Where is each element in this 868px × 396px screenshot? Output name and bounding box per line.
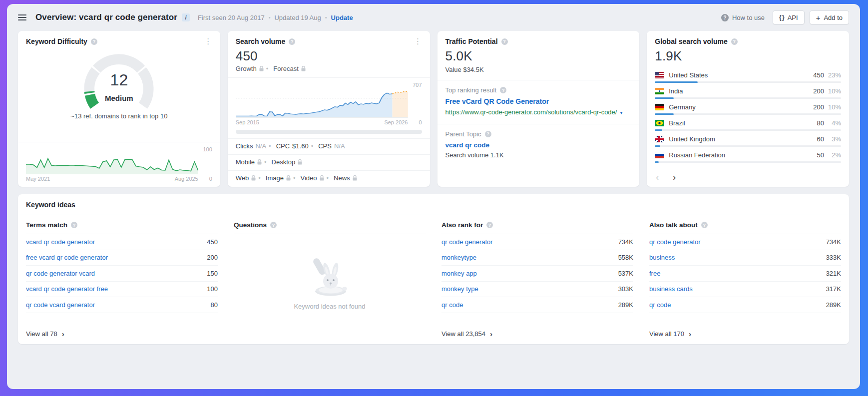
tp-card-title: Traffic Potential	[445, 37, 498, 45]
top-bar: Overview: vcard qr code generator i Firs…	[7, 4, 860, 31]
questions-column: Questions ?	[226, 215, 434, 344]
chart-brush-slider[interactable]	[236, 130, 422, 134]
help-icon[interactable]: ?	[486, 222, 493, 228]
top-ranking-result-link[interactable]: Free vCard QR Code Generator	[437, 94, 640, 105]
country-pager: ‹ ›	[647, 168, 849, 187]
parent-topic-link[interactable]: vcard qr code	[437, 138, 640, 149]
keyword-link[interactable]: qr code generator vcard	[26, 270, 202, 277]
help-icon[interactable]: ?	[731, 38, 738, 45]
page-title: Overview: vcard qr code generator	[35, 12, 177, 22]
traffic-value-note: Value $34.5K	[437, 66, 640, 73]
help-icon[interactable]: ?	[270, 222, 277, 228]
keyword-link[interactable]: qr code generator	[649, 238, 821, 246]
locked-toggle[interactable]: Image	[256, 174, 291, 182]
keyword-volume: 200	[207, 254, 218, 261]
keyword-link[interactable]: business	[649, 254, 821, 261]
view-all-link[interactable]: View all 23,854 ›	[441, 324, 633, 344]
sv-x-end: Sep 2026	[384, 119, 408, 125]
country-bar-fill	[655, 161, 658, 163]
chevron-right-icon: ›	[689, 330, 691, 338]
keyword-link[interactable]: qr code	[649, 301, 821, 309]
country-row[interactable]: United States 450 23%	[647, 67, 849, 83]
kd-history-chart: 100 May 2021 Aug 2025 0	[18, 142, 220, 187]
api-button[interactable]: { } API	[773, 10, 805, 24]
sv-toggles: Growth Forecast	[228, 65, 430, 72]
keyword-link[interactable]: qr code generator	[441, 238, 613, 246]
keyword-volume: 80	[211, 301, 218, 309]
kd-note: ~13 ref. domains to rank in top 10	[18, 112, 220, 120]
country-row[interactable]: India 200 10%	[647, 83, 849, 99]
lock-icon	[320, 175, 324, 181]
keyword-link[interactable]: vcard qr code generator	[26, 238, 202, 246]
top-ranking-url[interactable]: https://www.qr-code-generator.com/soluti…	[437, 105, 640, 117]
top-ranking-label: Top ranking result	[445, 86, 497, 94]
global-search-volume-card: Global search volume ? 1.9K United State…	[647, 31, 849, 187]
info-badge[interactable]: i	[182, 13, 190, 21]
help-icon[interactable]: ?	[289, 38, 295, 45]
country-volume: 200	[813, 87, 824, 95]
keyword-volume: 100	[207, 285, 218, 293]
keyword-link[interactable]: free	[649, 270, 821, 277]
keyword-link[interactable]: monkey app	[441, 270, 613, 277]
keyword-link[interactable]: qr code vcard generator	[26, 301, 206, 309]
view-all-label: View all 78	[26, 330, 57, 338]
help-icon[interactable]: ?	[485, 131, 491, 137]
keyword-row: monkeytype 558K	[441, 250, 633, 266]
help-icon[interactable]: ?	[71, 222, 77, 228]
help-icon[interactable]: ?	[501, 38, 508, 45]
first-seen-text: First seen 20 Aug 2017	[198, 14, 265, 21]
expand-caret-icon[interactable]: ▾	[620, 110, 622, 115]
view-all-label: View all 23,854	[441, 330, 485, 338]
metric-value: N/A	[334, 142, 345, 150]
next-page-icon[interactable]: ›	[673, 173, 676, 182]
keyword-volume: 150	[207, 270, 218, 277]
search-volume-value: 450	[228, 45, 430, 65]
country-name: Brazil	[669, 119, 813, 127]
kd-score: 12	[18, 71, 220, 89]
country-list: United States 450 23% India 200 10%	[647, 67, 849, 163]
country-percent: 23%	[824, 71, 841, 79]
keyword-link[interactable]: vcard qr code generator free	[26, 285, 202, 293]
keyword-volume: 333K	[826, 254, 841, 261]
locked-toggle[interactable]: Forecast	[264, 65, 306, 72]
question-icon: ?	[721, 14, 729, 21]
global-volume-value: 1.9K	[647, 45, 849, 65]
keyword-link[interactable]: qr code	[441, 301, 613, 309]
locked-toggle[interactable]: Mobile	[236, 158, 262, 166]
gsv-card-title: Global search volume	[655, 37, 728, 45]
menu-icon[interactable]	[18, 13, 26, 22]
how-to-use-link[interactable]: ? How to use	[721, 14, 765, 21]
locked-toggle[interactable]: Growth	[236, 65, 264, 72]
chevron-right-icon: ›	[490, 330, 492, 338]
keyword-ideas-card: Keyword ideas Terms match ? vcard qr cod…	[18, 194, 849, 344]
view-all-link[interactable]: View all 78 ›	[26, 324, 218, 344]
empty-state-text: Keyword ideas not found	[294, 303, 365, 310]
keyword-volume: 289K	[826, 301, 841, 309]
device-label: Desktop	[272, 158, 296, 166]
keyword-link[interactable]: business cards	[649, 285, 821, 293]
keyword-link[interactable]: monkeytype	[441, 254, 613, 261]
keyword-link[interactable]: monkey type	[441, 285, 613, 293]
kebab-menu-icon[interactable]: ⋮	[204, 37, 212, 45]
add-to-button[interactable]: + Add to	[810, 10, 849, 24]
country-row[interactable]: United Kingdom 60 3%	[647, 131, 849, 147]
view-all-link[interactable]: View all 170 ›	[649, 324, 841, 344]
lock-icon	[286, 175, 291, 181]
help-icon[interactable]: ?	[701, 222, 708, 228]
country-row[interactable]: Russian Federation 50 2%	[647, 147, 849, 163]
rabbit-illustration	[302, 256, 357, 299]
keyword-link[interactable]: free vcard qr code generator	[26, 254, 202, 261]
kebab-menu-icon[interactable]: ⋮	[414, 37, 422, 45]
country-row[interactable]: Brazil 80 4%	[647, 115, 849, 131]
country-row[interactable]: Germany 200 10%	[647, 99, 849, 115]
locked-toggle[interactable]: Desktop	[262, 158, 302, 166]
prev-page-icon[interactable]: ‹	[656, 173, 659, 182]
country-volume: 80	[817, 119, 824, 127]
locked-toggle[interactable]: Web	[236, 174, 256, 182]
help-icon[interactable]: ?	[500, 87, 506, 93]
help-icon[interactable]: ?	[91, 38, 97, 45]
locked-toggle[interactable]: Video	[291, 174, 324, 182]
also-talk-about-column: Also talk about ? qr code generator 734K…	[641, 215, 849, 344]
locked-toggle[interactable]: News	[324, 174, 357, 182]
update-link[interactable]: Update	[331, 14, 353, 21]
